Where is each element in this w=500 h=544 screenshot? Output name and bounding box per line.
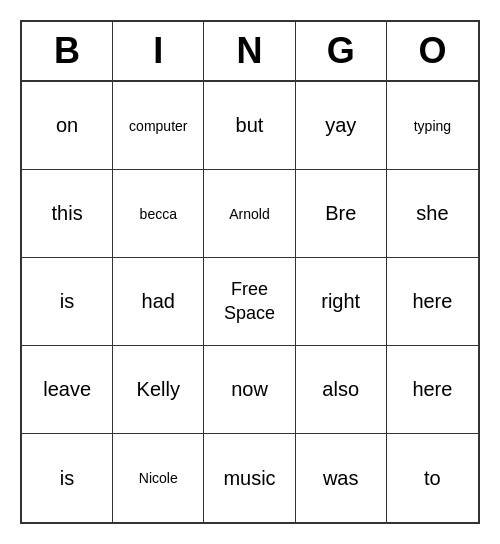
bingo-header: BINGO	[22, 22, 478, 82]
header-letter: G	[296, 22, 387, 80]
bingo-cell: but	[204, 82, 295, 170]
bingo-cell: now	[204, 346, 295, 434]
header-letter: I	[113, 22, 204, 80]
bingo-cell: here	[387, 346, 478, 434]
bingo-card: BINGO oncomputerbutyaytypingthisbeccaArn…	[20, 20, 480, 524]
bingo-cell: right	[296, 258, 387, 346]
bingo-cell: had	[113, 258, 204, 346]
header-letter: O	[387, 22, 478, 80]
bingo-cell: was	[296, 434, 387, 522]
bingo-cell: is	[22, 258, 113, 346]
bingo-cell: computer	[113, 82, 204, 170]
bingo-cell: typing	[387, 82, 478, 170]
bingo-cell: to	[387, 434, 478, 522]
bingo-cell: also	[296, 346, 387, 434]
bingo-cell: on	[22, 82, 113, 170]
bingo-cell: Free Space	[204, 258, 295, 346]
bingo-cell: Nicole	[113, 434, 204, 522]
bingo-cell: Kelly	[113, 346, 204, 434]
header-letter: B	[22, 22, 113, 80]
bingo-grid: oncomputerbutyaytypingthisbeccaArnoldBre…	[22, 82, 478, 522]
bingo-cell: leave	[22, 346, 113, 434]
bingo-cell: is	[22, 434, 113, 522]
bingo-cell: Bre	[296, 170, 387, 258]
bingo-cell: she	[387, 170, 478, 258]
bingo-cell: Arnold	[204, 170, 295, 258]
bingo-cell: music	[204, 434, 295, 522]
bingo-cell: becca	[113, 170, 204, 258]
header-letter: N	[204, 22, 295, 80]
bingo-cell: yay	[296, 82, 387, 170]
bingo-cell: here	[387, 258, 478, 346]
bingo-cell: this	[22, 170, 113, 258]
